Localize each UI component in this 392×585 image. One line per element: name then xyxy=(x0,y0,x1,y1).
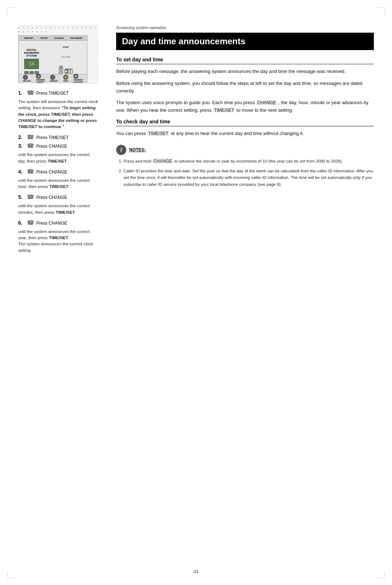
step-4-desc: until the system announces the correct h… xyxy=(18,177,98,190)
step-6-number: 6. xyxy=(18,220,25,226)
change-inline-1: CHANGE xyxy=(256,100,277,105)
change-inline-2: CHANGE xyxy=(152,159,173,164)
notes-header: i NOTES: xyxy=(116,145,374,155)
step-1-action: Press TIME/SET xyxy=(36,90,69,97)
info-icon: i xyxy=(116,145,126,155)
device-top-bar: TIME/SET SETUP CHANGE REC/MEMO xyxy=(19,36,87,41)
delete-label: DELETE xyxy=(23,80,31,82)
check-para-1: You can press TIME/SET at any time to he… xyxy=(116,130,374,138)
btn-change: CHANGE xyxy=(54,37,64,39)
step-4-number: 4. xyxy=(18,169,25,175)
phone-icon-1: ☎ xyxy=(27,90,34,96)
repeat-btn-area: ↺ REPEAT xyxy=(50,75,58,82)
volume-label: VOLUME xyxy=(61,56,70,58)
step-1-desc: The system will announce the current clo… xyxy=(18,99,98,130)
delete-btn-area: ✕ DELETE xyxy=(23,75,31,82)
device-btn-2 xyxy=(29,71,34,74)
step-3-action: Press CHANGE xyxy=(36,143,67,150)
page-number: 31 xyxy=(193,569,199,574)
step-6-action: Press CHANGE xyxy=(36,220,67,226)
step-3-number: 3. xyxy=(18,143,25,149)
page-title: Day and time announcements xyxy=(116,33,374,50)
phone-icon-4: ☎ xyxy=(27,169,34,175)
page: • • • • • • • • • • • • • • • • • • • • … xyxy=(0,0,392,585)
timeset-inline-1: TIME/SET xyxy=(213,108,235,113)
phone-icon-2: ☎ xyxy=(27,134,34,140)
notes-box: i NOTES: Press and hold CHANGE to advanc… xyxy=(116,145,374,188)
answer-label: ANSWERON/OFF xyxy=(36,79,45,83)
step-5-desc: until the system announces the correct m… xyxy=(18,203,98,216)
phone-icon-3: ☎ xyxy=(27,143,34,149)
right-column: Answering system operation Day and time … xyxy=(105,15,392,570)
corner-mark-bl xyxy=(7,570,15,578)
play-button: ▶▐▐ xyxy=(65,69,73,74)
step-3-header: 3. ☎ Press CHANGE xyxy=(18,143,98,150)
step-6-desc: until the system announces the correct y… xyxy=(18,229,98,254)
delete-btn: ✕ xyxy=(23,75,28,80)
note-1: Press and hold CHANGE to advance the min… xyxy=(123,158,374,165)
step-4-header: 4. ☎ Press CHANGE xyxy=(18,169,98,175)
step-6-header: 6. ☎ Press CHANGE xyxy=(18,220,98,226)
repeat-label: REPEAT xyxy=(50,80,58,82)
device-btn-1 xyxy=(24,71,29,74)
step-3-desc: until the system announces the correct d… xyxy=(18,152,98,164)
dots-decoration: • • • • • • • • • • • • • • • • • • • • … xyxy=(19,26,98,34)
answer-btn: ⏻ xyxy=(36,74,41,79)
skip-label: SKIP xyxy=(63,80,68,82)
brand-text: DIGITALANSWERINGSYSTEM xyxy=(24,49,40,57)
btn-recmemo: REC/MEMO xyxy=(70,37,82,39)
step-1-header: 1. ☎ Press TIME/SET xyxy=(18,90,98,97)
btn-timeset: TIME/SET xyxy=(24,37,34,39)
left-column: • • • • • • • • • • • • • • • • • • • • … xyxy=(0,15,105,570)
set-para-1: Before playing each message, the answeri… xyxy=(116,68,374,75)
corner-mark-br xyxy=(377,570,385,578)
section-label: Answering system operation xyxy=(116,25,374,30)
handset-btn-area: ☎ HANDSETLOCATOR xyxy=(73,74,83,83)
device-bottom-bar: ✕ DELETE ⏻ ANSWERON/OFF ↺ REPEAT ⏩ SKIP xyxy=(19,74,87,82)
skip-btn: ⏩ xyxy=(63,75,68,80)
notes-list: Press and hold CHANGE to advance the min… xyxy=(116,158,374,188)
corner-mark-tr xyxy=(377,7,385,15)
heading-set-day-time: To set day and time xyxy=(116,57,374,64)
timeset-inline-2: TIME/SET xyxy=(147,131,170,136)
vol-up: ▲ xyxy=(60,66,62,69)
handset-btn: ☎ xyxy=(73,74,78,79)
set-para-2: Before using the answering system, you s… xyxy=(116,80,374,95)
device-image: • • • • • • • • • • • • • • • • • • • • … xyxy=(18,25,98,83)
step-5-action: Press CHANGE xyxy=(36,194,67,201)
set-para-3: The system uses voice prompts to guide y… xyxy=(116,99,374,114)
phone-icon-5: ☎ xyxy=(27,194,34,200)
step-2-action: Press TIME/SET xyxy=(36,134,69,141)
step-2-header: 2. ☎ Press TIME/SET xyxy=(18,134,98,141)
step-5-number: 5. xyxy=(18,194,25,200)
phone-icon-6: ☎ xyxy=(27,220,34,226)
step-2-number: 2. xyxy=(18,134,25,140)
note-2: Caller ID provides the time and date. Se… xyxy=(123,168,374,188)
step-5-header: 5. ☎ Press CHANGE xyxy=(18,194,98,201)
step-4-action: Press CHANGE xyxy=(36,169,67,175)
step-1-number: 1. xyxy=(18,90,25,96)
heading-check-day-time: To check day and time xyxy=(116,119,374,126)
corner-mark-tl xyxy=(7,7,15,15)
notes-title: NOTES: xyxy=(129,147,146,152)
repeat-btn: ↺ xyxy=(50,75,55,80)
device-panel: TIME/SET SETUP CHANGE REC/MEMO DIGITALAN… xyxy=(19,35,87,82)
btn-setup: SETUP xyxy=(40,37,48,39)
handset-label: HANDSETLOCATOR xyxy=(73,79,83,83)
skip-btn-area: ⏩ SKIP xyxy=(63,75,68,82)
device-display: 14 xyxy=(24,59,39,69)
answer-btn-area: ⏻ ANSWERON/OFF xyxy=(36,74,45,83)
stop-label: STOP xyxy=(63,46,69,48)
